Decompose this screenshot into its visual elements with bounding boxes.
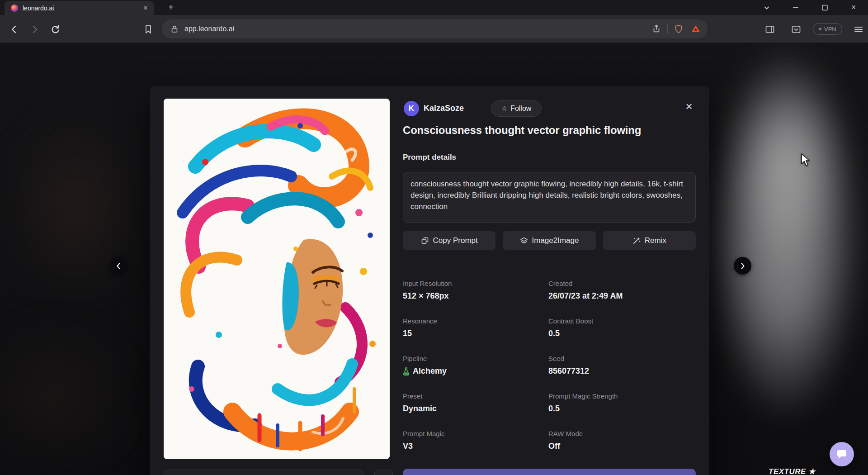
- back-button[interactable]: [8, 24, 20, 35]
- window-minimize-button[interactable]: [781, 0, 810, 15]
- browser-toolbar: app.leonardo.ai VPN: [0, 15, 868, 43]
- follow-button[interactable]: ☆ Follow: [491, 100, 542, 117]
- toolbar-divider: [667, 24, 668, 34]
- reload-button[interactable]: [49, 24, 61, 35]
- sidebar-icon[interactable]: [764, 24, 776, 35]
- detail-created: Created26/07/23 at 2:49 AM: [548, 280, 697, 301]
- prompt-text: consciousness thought vector graphic flo…: [403, 172, 696, 223]
- bookmark-icon[interactable]: [142, 24, 154, 35]
- username: KaizaSoze: [424, 104, 464, 113]
- lock-icon: [169, 24, 180, 34]
- panel-toggle-icon[interactable]: [790, 24, 802, 35]
- detail-prompt-magic-strength: Prompt Magic Strength0.5: [548, 392, 697, 413]
- next-image-button[interactable]: [734, 257, 751, 275]
- background-promo-text: TEXTURE ★: [769, 467, 816, 475]
- action-buttons: Copy Prompt Image2Image Remix: [403, 231, 696, 250]
- url-text: app.leonardo.ai: [184, 25, 651, 33]
- layers-icon: [520, 237, 528, 245]
- image-detail-modal: K KaizaSoze ☆ Follow × Consciousness tho…: [150, 86, 709, 475]
- chat-bubble-icon: [836, 448, 848, 460]
- detail-resonance: Resonance15: [403, 317, 548, 338]
- image2image-button[interactable]: Image2Image: [503, 231, 595, 250]
- forward-button[interactable]: [29, 24, 41, 35]
- detail-pipeline: Pipeline Alchemy: [403, 355, 548, 376]
- tab-title: leonardo.ai: [23, 5, 137, 12]
- remix-button[interactable]: Remix: [603, 231, 696, 250]
- generated-image[interactable]: [164, 99, 390, 459]
- prompt-details-heading: Prompt details: [403, 153, 456, 162]
- detail-input-resolution: Input Resolution512 × 768px: [403, 280, 548, 301]
- tab-search-chevron-icon[interactable]: [752, 0, 781, 15]
- close-button[interactable]: ×: [681, 99, 697, 114]
- follow-label: Follow: [510, 104, 531, 113]
- mouse-cursor: [800, 153, 810, 166]
- brave-rewards-icon[interactable]: [690, 24, 701, 34]
- avatar[interactable]: K: [404, 101, 419, 116]
- thumbnail[interactable]: [374, 470, 393, 475]
- page-background: TEXTURE ★: [0, 43, 868, 475]
- chat-launcher-button[interactable]: [830, 442, 854, 466]
- tab-strip: leonardo.ai × + ×: [0, 0, 868, 15]
- vpn-button[interactable]: VPN: [813, 23, 842, 35]
- backdrop-blur-highlight: [737, 70, 841, 251]
- details-grid: Input Resolution512 × 768px Created26/07…: [403, 280, 697, 451]
- star-icon: ☆: [501, 104, 507, 113]
- remix-wand-icon: [632, 237, 641, 245]
- tab-close-icon[interactable]: ×: [141, 4, 150, 13]
- url-bar[interactable]: app.leonardo.ai: [162, 19, 708, 38]
- vpn-label: VPN: [824, 26, 836, 33]
- menu-icon[interactable]: [854, 25, 863, 33]
- alchemy-flask-icon: [403, 367, 410, 375]
- backdrop-blur-light: [708, 43, 863, 423]
- window-maximize-button[interactable]: [810, 0, 839, 15]
- detail-prompt-magic: Prompt MagicV3: [403, 430, 548, 451]
- backdrop-blur-warm-low: [0, 332, 122, 459]
- new-tab-button[interactable]: +: [165, 2, 177, 14]
- copy-icon: [421, 237, 429, 245]
- detail-contrast-boost: Contrast Boost0.5: [548, 317, 697, 338]
- brave-shield-icon[interactable]: [673, 24, 684, 34]
- detail-preset: PresetDynamic: [403, 392, 548, 413]
- detail-raw-mode: RAW ModeOff: [548, 430, 697, 451]
- thumbnail-strip[interactable]: [164, 470, 363, 475]
- leonardo-favicon-icon: [11, 5, 18, 12]
- generate-with-model-button[interactable]: Generate with this model: [403, 469, 696, 475]
- share-icon[interactable]: [651, 24, 662, 34]
- vpn-status-dot: [819, 28, 821, 30]
- copy-prompt-button[interactable]: Copy Prompt: [403, 231, 495, 250]
- browser-tab[interactable]: leonardo.ai ×: [5, 1, 154, 15]
- detail-seed: Seed856077312: [548, 355, 697, 376]
- image-title: Consciousness thought vector graphic flo…: [403, 124, 701, 137]
- window-close-button[interactable]: ×: [839, 0, 868, 15]
- artwork-illustration: [164, 99, 390, 459]
- previous-image-button[interactable]: [109, 257, 127, 275]
